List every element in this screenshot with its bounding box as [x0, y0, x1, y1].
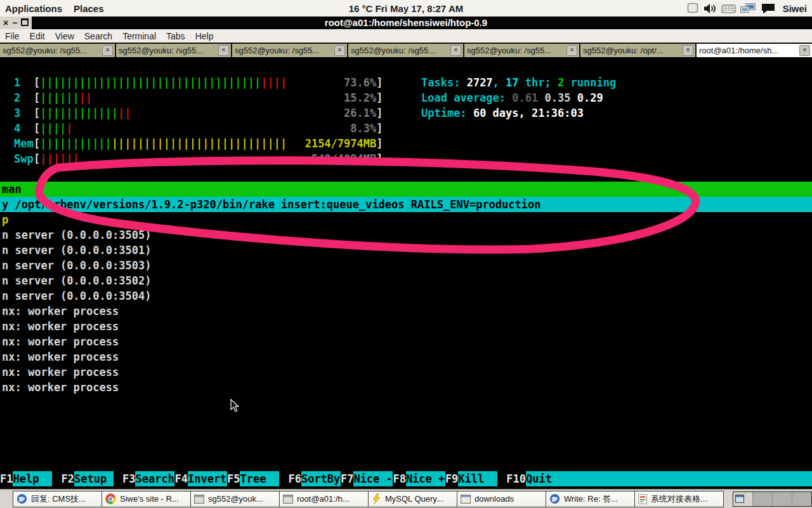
- tab-2[interactable]: sg552@youku: /sg55...×: [116, 44, 232, 57]
- fkey-f3-key[interactable]: F3: [122, 471, 135, 486]
- menu-edit[interactable]: Edit: [25, 31, 50, 41]
- fkey-nice--button[interactable]: Nice +: [406, 471, 445, 486]
- minimize-button[interactable]: −: [12, 18, 17, 28]
- fkey-tree-button[interactable]: Tree: [240, 471, 279, 486]
- meter-label: 3: [14, 105, 34, 121]
- fkey-f7-key[interactable]: F7: [341, 471, 353, 486]
- menu-file[interactable]: File: [0, 31, 25, 41]
- fkey-help-button[interactable]: Help: [13, 471, 52, 486]
- tab-close-button[interactable]: ×: [799, 45, 810, 56]
- keyboard-icon[interactable]: [721, 4, 736, 13]
- window-titlebar[interactable]: ×− root@a01:/home/shensiwei/htop-0.9: [0, 17, 812, 29]
- process-list-header: man: [0, 182, 812, 197]
- chat-icon[interactable]: [760, 3, 776, 14]
- process-row: n server (0.0.0.0:3503): [0, 258, 812, 273]
- process-row: n server (0.0.0.0:3502): [0, 273, 812, 288]
- tab-close-button[interactable]: ×: [566, 45, 577, 56]
- tab-close-button[interactable]: ×: [102, 45, 113, 56]
- meter-label: Mem: [14, 136, 34, 151]
- menu-view[interactable]: View: [50, 31, 79, 41]
- meter-value: 548/4094MB: [311, 151, 376, 166]
- tab-label: root@a01:/home/sh...: [699, 46, 798, 55]
- user-menu[interactable]: Siwei: [783, 3, 807, 14]
- meter-value: 26.1%: [344, 105, 376, 121]
- fkey-f5-key[interactable]: F5: [227, 471, 240, 486]
- maximize-icon: [21, 18, 29, 26]
- brightness-icon[interactable]: [687, 3, 699, 14]
- workspace-window-icon: [735, 495, 744, 503]
- meter-2: 2[||||||||15.2%]: [14, 90, 383, 105]
- workspace-3[interactable]: [773, 492, 792, 506]
- tab-5[interactable]: sg552@youku: /sg55...×: [464, 44, 580, 57]
- volume-icon[interactable]: [703, 3, 717, 14]
- taskbar-item-1[interactable]: 回复: CMS技...: [13, 491, 102, 507]
- tab-1[interactable]: sg552@youku: /sg55...×: [0, 44, 116, 57]
- workspace-2[interactable]: [753, 492, 773, 506]
- fkey-search-button[interactable]: Search: [135, 471, 174, 486]
- tab-7[interactable]: root@a01:/home/sh...×: [697, 44, 812, 57]
- tab-close-button[interactable]: ×: [334, 45, 345, 56]
- fkey-nice--button[interactable]: Nice -: [353, 471, 393, 486]
- workspace-1[interactable]: [733, 492, 753, 506]
- maximize-button[interactable]: [21, 18, 29, 28]
- taskbar-item-4[interactable]: root@a01:/h...: [279, 491, 369, 507]
- taskbar-item-3[interactable]: sg552@youk...: [190, 491, 280, 507]
- menu-help[interactable]: Help: [190, 31, 219, 41]
- fkey-f8-key[interactable]: F8: [393, 471, 405, 486]
- tab-6[interactable]: sg552@youku: /opt/...×: [580, 44, 697, 57]
- taskbar-item-5[interactable]: MySQL Query...: [368, 491, 457, 507]
- tab-close-button[interactable]: ×: [450, 45, 461, 56]
- fkey-f4-key[interactable]: F4: [174, 471, 187, 486]
- fkey-setup-button[interactable]: Setup: [74, 471, 114, 486]
- fkey-invert-button[interactable]: Invert: [188, 471, 227, 486]
- taskbar: 回复: CMS技...Siwe's site - R...sg552@youk.…: [0, 489, 812, 508]
- menu-terminal[interactable]: Terminal: [117, 31, 161, 41]
- panel-menu-places[interactable]: Places: [74, 3, 104, 14]
- fkey-f6-key[interactable]: F6: [288, 471, 301, 486]
- thunderbird-icon: [16, 493, 27, 504]
- tab-label: sg552@youku: /sg55...: [3, 46, 101, 55]
- terminal-icon: [283, 495, 293, 504]
- tab-close-button[interactable]: ×: [218, 45, 229, 56]
- workspace-switcher: [733, 491, 812, 507]
- meter-value: 8.3%: [350, 121, 376, 136]
- meter-4: 4[|||||8.3%]: [14, 121, 383, 136]
- taskbar-item-6[interactable]: downloads: [457, 491, 546, 507]
- close-button[interactable]: ×: [3, 18, 8, 28]
- terminal-tabbar: sg552@youku: /sg55...×sg552@youku: /sg55…: [0, 44, 812, 57]
- process-row: nx: worker process: [0, 319, 812, 334]
- process-row: nx: worker process: [0, 380, 812, 395]
- fkey-f9-key[interactable]: F9: [445, 471, 458, 486]
- tab-close-button[interactable]: ×: [683, 45, 693, 56]
- fkey-quit-button[interactable]: Quit: [526, 471, 812, 486]
- taskbar-item-8[interactable]: 系统对接表格...: [634, 491, 724, 507]
- meter-value: 73.6%: [344, 75, 376, 90]
- taskbar-item-label: 系统对接表格...: [651, 493, 707, 505]
- tab-4[interactable]: sg552@youku: /sg55...×: [348, 44, 464, 57]
- menu-search[interactable]: Search: [79, 31, 117, 41]
- taskbar-item-7[interactable]: Write: Re: 答...: [546, 491, 635, 507]
- tab-label: sg552@youku: /opt/...: [583, 46, 681, 55]
- tab-3[interactable]: sg552@youku: /sg55...×: [232, 44, 348, 57]
- workspace-4[interactable]: [792, 492, 811, 506]
- fkey-f1-key[interactable]: F1: [0, 471, 13, 486]
- tab-label: sg552@youku: /sg55...: [235, 46, 333, 55]
- process-row-selected: y /opt/.rbenv/versions/1.9.2-p320/bin/ra…: [0, 197, 812, 212]
- taskbar-item-2[interactable]: Siwe's site - R...: [102, 491, 191, 507]
- panel-menu-applications[interactable]: Applications: [5, 3, 62, 14]
- meter-swp: Swp[||||||548/4094MB]: [14, 151, 383, 166]
- terminal-viewport: 1[||||||||||||||||||||||||||||||||||||||…: [0, 57, 812, 489]
- panel-menus: ApplicationsPlaces: [0, 3, 104, 14]
- fkey-kill-button[interactable]: Kill: [458, 471, 497, 486]
- meter-label: 2: [14, 90, 34, 105]
- network-icon[interactable]: [740, 3, 756, 14]
- process-row: nx: worker process: [0, 364, 812, 380]
- mysql-icon: [372, 493, 381, 504]
- fkey-f2-key[interactable]: F2: [61, 471, 74, 486]
- fkey-sortby-button[interactable]: SortBy: [301, 471, 341, 486]
- fkey-f10-key[interactable]: F10: [506, 471, 526, 486]
- menu-tabs[interactable]: Tabs: [161, 31, 190, 41]
- htop-function-bar: F1HelpF2SetupF3SearchF4InvertF5TreeF6Sor…: [0, 471, 812, 486]
- process-row: p: [0, 212, 812, 227]
- tab-label: sg552@youku: /sg55...: [351, 46, 449, 55]
